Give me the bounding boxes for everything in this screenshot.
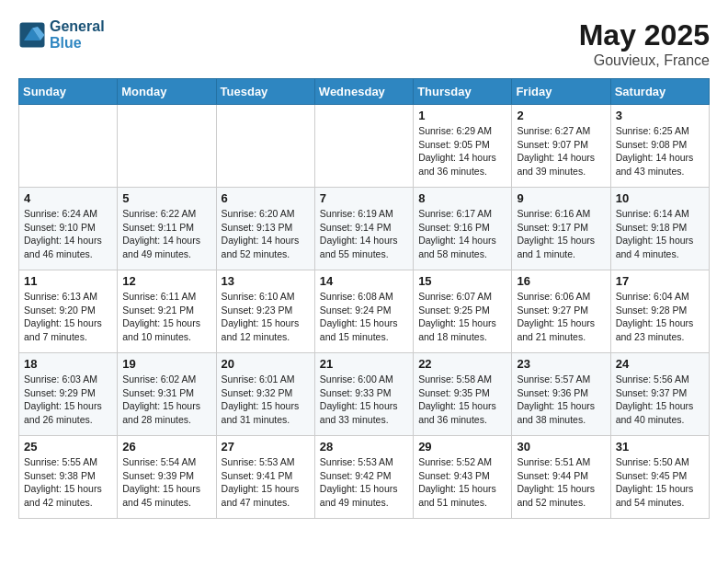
calendar-cell: 31Sunrise: 5:50 AMSunset: 9:45 PMDayligh…: [610, 436, 709, 519]
calendar-cell: 12Sunrise: 6:11 AMSunset: 9:21 PMDayligh…: [118, 270, 216, 353]
day-number: 13: [222, 274, 310, 288]
day-info: Sunrise: 5:53 AMSunset: 9:41 PMDaylight:…: [222, 455, 310, 510]
day-number: 7: [320, 191, 408, 205]
day-info: Sunrise: 6:16 AMSunset: 9:17 PMDaylight:…: [517, 207, 605, 261]
calendar-cell: 6Sunrise: 6:20 AMSunset: 9:13 PMDaylight…: [216, 188, 314, 270]
calendar-cell: 18Sunrise: 6:03 AMSunset: 9:29 PMDayligh…: [19, 353, 118, 436]
calendar-cell: [19, 105, 118, 188]
day-number: 23: [517, 357, 605, 371]
calendar-cell: 8Sunrise: 6:17 AMSunset: 9:16 PMDaylight…: [414, 188, 512, 270]
calendar-cell: 30Sunrise: 5:51 AMSunset: 9:44 PMDayligh…: [512, 436, 610, 519]
page-header: General Blue May 2025 Gouvieux, France: [18, 18, 710, 69]
day-info: Sunrise: 6:02 AMSunset: 9:31 PMDaylight:…: [122, 373, 210, 427]
calendar-cell: 22Sunrise: 5:58 AMSunset: 9:35 PMDayligh…: [414, 353, 512, 436]
calendar-subtitle: Gouvieux, France: [579, 52, 710, 69]
weekday-header-wednesday: Wednesday: [314, 79, 413, 105]
calendar-cell: 23Sunrise: 5:57 AMSunset: 9:36 PMDayligh…: [512, 353, 610, 436]
day-info: Sunrise: 5:56 AMSunset: 9:37 PMDaylight:…: [616, 373, 704, 427]
day-info: Sunrise: 5:57 AMSunset: 9:36 PMDaylight:…: [517, 373, 605, 427]
calendar-body: 1Sunrise: 6:29 AMSunset: 9:05 PMDaylight…: [19, 105, 710, 519]
calendar-table: SundayMondayTuesdayWednesdayThursdayFrid…: [18, 78, 710, 519]
day-info: Sunrise: 6:10 AMSunset: 9:23 PMDaylight:…: [222, 290, 310, 344]
day-number: 17: [616, 274, 704, 288]
day-number: 24: [616, 357, 704, 371]
calendar-cell: 9Sunrise: 6:16 AMSunset: 9:17 PMDaylight…: [512, 188, 610, 270]
day-number: 26: [122, 440, 210, 454]
calendar-cell: 24Sunrise: 5:56 AMSunset: 9:37 PMDayligh…: [610, 353, 709, 436]
day-number: 4: [24, 191, 112, 205]
calendar-cell: 4Sunrise: 6:24 AMSunset: 9:10 PMDaylight…: [19, 188, 118, 270]
logo-general: General: [50, 18, 105, 35]
calendar-cell: 19Sunrise: 6:02 AMSunset: 9:31 PMDayligh…: [118, 353, 216, 436]
calendar-cell: 26Sunrise: 5:54 AMSunset: 9:39 PMDayligh…: [118, 436, 216, 519]
calendar-week-3: 11Sunrise: 6:13 AMSunset: 9:20 PMDayligh…: [19, 270, 710, 353]
day-info: Sunrise: 6:22 AMSunset: 9:11 PMDaylight:…: [122, 207, 210, 261]
calendar-cell: 2Sunrise: 6:27 AMSunset: 9:07 PMDaylight…: [512, 105, 610, 188]
weekday-header-monday: Monday: [118, 79, 216, 105]
day-number: 28: [320, 440, 408, 454]
calendar-cell: 10Sunrise: 6:14 AMSunset: 9:18 PMDayligh…: [610, 188, 709, 270]
logo-icon: [18, 21, 46, 49]
day-info: Sunrise: 6:13 AMSunset: 9:20 PMDaylight:…: [24, 290, 112, 344]
calendar-cell: 16Sunrise: 6:06 AMSunset: 9:27 PMDayligh…: [512, 270, 610, 353]
day-info: Sunrise: 6:08 AMSunset: 9:24 PMDaylight:…: [320, 290, 408, 344]
logo: General Blue: [18, 18, 105, 52]
calendar-cell: 21Sunrise: 6:00 AMSunset: 9:33 PMDayligh…: [314, 353, 413, 436]
day-number: 18: [24, 357, 112, 371]
day-number: 16: [517, 274, 605, 288]
day-number: 6: [222, 191, 310, 205]
day-number: 22: [418, 357, 506, 371]
calendar-cell: 14Sunrise: 6:08 AMSunset: 9:24 PMDayligh…: [314, 270, 413, 353]
calendar-title: May 2025: [579, 18, 710, 52]
calendar-cell: [314, 105, 413, 188]
day-number: 9: [517, 191, 605, 205]
calendar-cell: 20Sunrise: 6:01 AMSunset: 9:32 PMDayligh…: [216, 353, 314, 436]
day-number: 15: [418, 274, 506, 288]
weekday-header-thursday: Thursday: [414, 79, 512, 105]
day-info: Sunrise: 6:25 AMSunset: 9:08 PMDaylight:…: [616, 124, 704, 178]
day-info: Sunrise: 5:51 AMSunset: 9:44 PMDaylight:…: [517, 455, 605, 510]
day-number: 8: [418, 191, 506, 205]
calendar-header: SundayMondayTuesdayWednesdayThursdayFrid…: [19, 79, 710, 105]
calendar-cell: 5Sunrise: 6:22 AMSunset: 9:11 PMDaylight…: [118, 188, 216, 270]
day-info: Sunrise: 6:06 AMSunset: 9:27 PMDaylight:…: [517, 290, 605, 344]
day-number: 10: [616, 191, 704, 205]
day-number: 31: [616, 440, 704, 454]
day-info: Sunrise: 6:17 AMSunset: 9:16 PMDaylight:…: [418, 207, 506, 261]
weekday-header-friday: Friday: [512, 79, 610, 105]
calendar-cell: 15Sunrise: 6:07 AMSunset: 9:25 PMDayligh…: [414, 270, 512, 353]
calendar-cell: 1Sunrise: 6:29 AMSunset: 9:05 PMDaylight…: [414, 105, 512, 188]
day-number: 20: [222, 357, 310, 371]
calendar-cell: [216, 105, 314, 188]
weekday-header-sunday: Sunday: [19, 79, 118, 105]
day-number: 2: [517, 109, 605, 122]
day-info: Sunrise: 6:04 AMSunset: 9:28 PMDaylight:…: [616, 290, 704, 344]
calendar-cell: 28Sunrise: 5:53 AMSunset: 9:42 PMDayligh…: [314, 436, 413, 519]
title-block: May 2025 Gouvieux, France: [579, 18, 710, 69]
day-info: Sunrise: 6:14 AMSunset: 9:18 PMDaylight:…: [616, 207, 704, 261]
day-info: Sunrise: 5:55 AMSunset: 9:38 PMDaylight:…: [24, 455, 112, 510]
day-number: 25: [24, 440, 112, 454]
day-info: Sunrise: 6:24 AMSunset: 9:10 PMDaylight:…: [24, 207, 112, 261]
day-info: Sunrise: 6:01 AMSunset: 9:32 PMDaylight:…: [222, 373, 310, 427]
calendar-cell: 13Sunrise: 6:10 AMSunset: 9:23 PMDayligh…: [216, 270, 314, 353]
day-info: Sunrise: 5:58 AMSunset: 9:35 PMDaylight:…: [418, 373, 506, 427]
calendar-cell: 27Sunrise: 5:53 AMSunset: 9:41 PMDayligh…: [216, 436, 314, 519]
day-number: 1: [418, 109, 506, 122]
calendar-cell: [118, 105, 216, 188]
day-number: 30: [517, 440, 605, 454]
calendar-cell: 7Sunrise: 6:19 AMSunset: 9:14 PMDaylight…: [314, 188, 413, 270]
calendar-week-2: 4Sunrise: 6:24 AMSunset: 9:10 PMDaylight…: [19, 188, 710, 270]
calendar-cell: 11Sunrise: 6:13 AMSunset: 9:20 PMDayligh…: [19, 270, 118, 353]
day-number: 14: [320, 274, 408, 288]
calendar-cell: 25Sunrise: 5:55 AMSunset: 9:38 PMDayligh…: [19, 436, 118, 519]
day-number: 5: [122, 191, 210, 205]
day-number: 29: [418, 440, 506, 454]
day-info: Sunrise: 6:29 AMSunset: 9:05 PMDaylight:…: [418, 124, 506, 178]
calendar-cell: 29Sunrise: 5:52 AMSunset: 9:43 PMDayligh…: [414, 436, 512, 519]
weekday-header-saturday: Saturday: [610, 79, 709, 105]
day-number: 19: [122, 357, 210, 371]
day-info: Sunrise: 5:54 AMSunset: 9:39 PMDaylight:…: [122, 455, 210, 510]
day-info: Sunrise: 6:00 AMSunset: 9:33 PMDaylight:…: [320, 373, 408, 427]
weekday-header-row: SundayMondayTuesdayWednesdayThursdayFrid…: [19, 79, 710, 105]
